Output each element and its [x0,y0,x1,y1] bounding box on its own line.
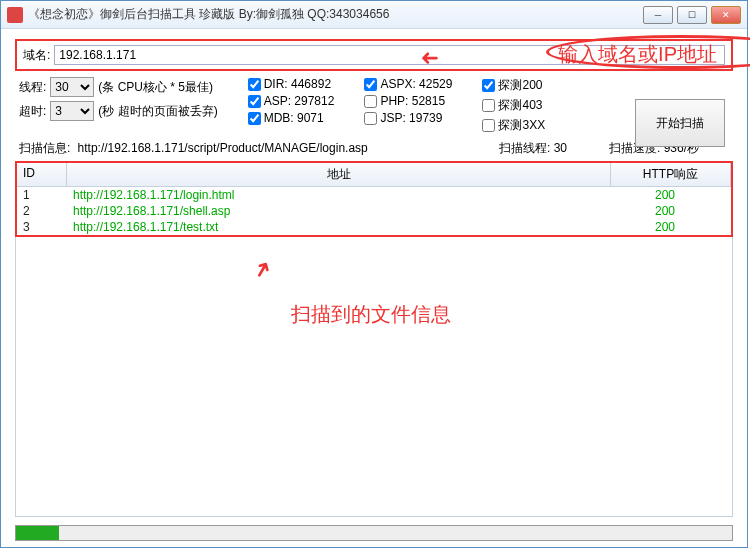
col-addr[interactable]: 地址 [67,163,611,186]
domain-row: 域名: [15,39,733,71]
progress-fill [16,526,59,540]
results-body: 1http://192.168.1.171/login.html200 2htt… [17,187,731,235]
status-row: 扫描信息: http://192.168.1.171/script/Produc… [15,140,733,157]
thread-timeout-col: 线程: 30 (条 CPU核心 * 5最佳) 超时: 3 (秒 超时的页面被丢弃… [19,77,218,121]
thread-select[interactable]: 30 [50,77,94,97]
domain-label: 域名: [23,47,50,64]
chk-asp[interactable] [248,95,261,108]
window-buttons: ─ ☐ ✕ [643,6,741,24]
chk-jsp[interactable] [364,112,377,125]
titlebar: 《想念初恋》御剑后台扫描工具 珍藏版 By:御剑孤独 QQ:343034656 … [1,1,747,29]
timeout-select[interactable]: 3 [50,101,94,121]
results-empty-area [15,237,733,517]
table-row: 3http://192.168.1.171/test.txt200 [17,219,731,235]
scan-info-value: http://192.168.1.171/script/Product/MANA… [78,141,368,155]
dict-col-2: ASPX: 42529 PHP: 52815 JSP: 19739 [364,77,452,125]
options-row: 线程: 30 (条 CPU核心 * 5最佳) 超时: 3 (秒 超时的页面被丢弃… [15,77,733,134]
timeout-label: 超时: [19,103,46,120]
app-window: 《想念初恋》御剑后台扫描工具 珍藏版 By:御剑孤独 QQ:343034656 … [0,0,748,548]
start-scan-button[interactable]: 开始扫描 [635,99,725,147]
col-resp[interactable]: HTTP响应 [611,163,731,186]
chk-mdb[interactable] [248,112,261,125]
col-id[interactable]: ID [17,163,67,186]
app-icon [7,7,23,23]
dict-col-1: DIR: 446892 ASP: 297812 MDB: 9071 [248,77,335,125]
window-title: 《想念初恋》御剑后台扫描工具 珍藏版 By:御剑孤独 QQ:343034656 [28,6,643,23]
chk-403[interactable] [482,99,495,112]
progress-bar [15,525,733,541]
results-box: ID 地址 HTTP响应 1http://192.168.1.171/login… [15,161,733,237]
minimize-button[interactable]: ─ [643,6,673,24]
thread-label: 线程: [19,79,46,96]
maximize-button[interactable]: ☐ [677,6,707,24]
content-area: 域名: 线程: 30 (条 CPU核心 * 5最佳) 超时: 3 (秒 超时的页… [1,29,747,527]
table-row: 1http://192.168.1.171/login.html200 [17,187,731,203]
chk-php[interactable] [364,95,377,108]
table-row: 2http://192.168.1.171/shell.asp200 [17,203,731,219]
scan-thread-status: 扫描线程: 30 [499,140,609,157]
results-header: ID 地址 HTTP响应 [17,163,731,187]
timeout-hint: (秒 超时的页面被丢弃) [98,103,217,120]
chk-dir[interactable] [248,78,261,91]
chk-aspx[interactable] [364,78,377,91]
probe-col: 探测200 探测403 探测3XX [482,77,545,134]
close-button[interactable]: ✕ [711,6,741,24]
thread-hint: (条 CPU核心 * 5最佳) [98,79,213,96]
chk-200[interactable] [482,79,495,92]
domain-input[interactable] [54,45,725,65]
chk-3xx[interactable] [482,119,495,132]
